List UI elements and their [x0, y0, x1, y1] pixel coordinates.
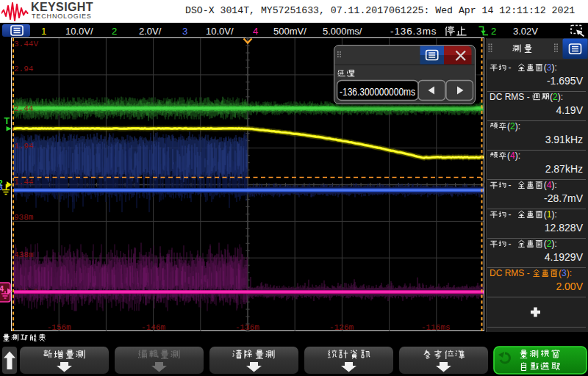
svg-text:-156m: -156m — [47, 323, 71, 332]
svg-text:-: - — [509, 180, 512, 190]
svg-text:-1.695V: -1.695V — [547, 75, 584, 87]
svg-text:1.44: 1.44 — [14, 178, 34, 187]
svg-text:-: - — [509, 239, 512, 249]
svg-text:3.44V: 3.44V — [14, 40, 38, 48]
svg-text:2.94: 2.94 — [14, 65, 34, 73]
svg-text:):: ): — [558, 92, 563, 102]
svg-text:2.00V: 2.00V — [556, 281, 583, 292]
svg-text:12.828V: 12.828V — [545, 222, 584, 234]
svg-text:):: ): — [515, 121, 520, 131]
svg-text:):: ): — [515, 151, 520, 161]
svg-text:938m: 938m — [14, 213, 34, 222]
svg-text:-126m: -126m — [329, 323, 354, 332]
svg-text:):: ): — [567, 268, 572, 278]
svg-text:438m: 438m — [14, 250, 34, 259]
svg-text:-136.300000000ms: -136.300000000ms — [340, 85, 415, 98]
svg-text:):: ): — [551, 180, 556, 190]
svg-text:-: - — [509, 209, 512, 220]
svg-text:):: ): — [551, 62, 556, 73]
svg-text:DC RMS -: DC RMS - — [490, 92, 530, 102]
svg-text:DC RMS -: DC RMS - — [490, 268, 530, 278]
svg-text:-136m: -136m — [235, 323, 259, 332]
svg-text:-: - — [509, 62, 512, 73]
svg-text:T: T — [4, 116, 10, 126]
svg-text:4.1929V: 4.1929V — [545, 251, 584, 263]
svg-text:):: ): — [551, 209, 556, 220]
svg-text:4: 4 — [0, 284, 4, 293]
svg-text:2.44: 2.44 — [14, 104, 34, 113]
svg-text:4.19V: 4.19V — [556, 104, 583, 116]
svg-text:):: ): — [551, 239, 556, 249]
svg-text:-28.7mV: -28.7mV — [544, 192, 584, 204]
svg-text:-146m: -146m — [141, 323, 165, 332]
svg-text:3.91kHz: 3.91kHz — [545, 134, 583, 145]
svg-text:2.87kHz: 2.87kHz — [545, 163, 583, 175]
svg-text:-116ms: -116ms — [421, 323, 451, 332]
svg-text:1.94: 1.94 — [14, 142, 34, 151]
